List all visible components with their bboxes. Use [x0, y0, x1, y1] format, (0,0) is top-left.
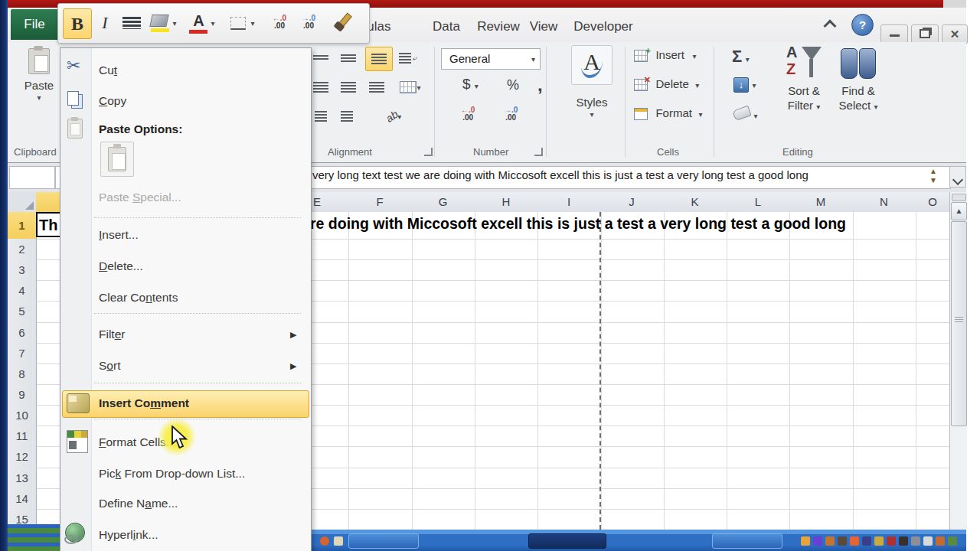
tab-review[interactable]: Review	[472, 14, 525, 40]
percent-button[interactable]: %	[507, 77, 519, 93]
align-right-button[interactable]	[365, 77, 388, 97]
column-header[interactable]: O	[916, 192, 950, 213]
column-header[interactable]: I	[537, 192, 601, 213]
tab-data[interactable]: Data	[425, 14, 468, 40]
taskbar-icon[interactable]	[887, 536, 896, 546]
menu-item-copy[interactable]: Copy	[99, 91, 294, 111]
decrease-decimal-button[interactable]: →.0.00	[504, 106, 518, 122]
taskbar-icon[interactable]	[874, 536, 884, 546]
wrap-text-button[interactable]: ⤶	[397, 48, 420, 68]
tab-view[interactable]: View	[522, 14, 565, 40]
paste-dropdown-icon[interactable]: ▾	[21, 93, 57, 102]
increase-indent-button[interactable]	[335, 106, 358, 126]
tab-developer[interactable]: Developer	[565, 14, 642, 40]
alignment-dialog-launcher-icon[interactable]	[424, 148, 433, 156]
column-header[interactable]: L	[727, 192, 790, 213]
row-header[interactable]: 8	[8, 364, 37, 385]
align-middle-button[interactable]	[337, 48, 360, 68]
mini-increase-decimal-button[interactable]: ←.0.00	[266, 8, 292, 37]
taskbar-icon[interactable]	[862, 536, 871, 546]
row-header[interactable]: 3	[8, 259, 37, 281]
menu-item-hyperlink[interactable]: Hyperlink...	[99, 525, 294, 545]
taskbar-icon[interactable]	[936, 536, 945, 546]
font-color-button[interactable]: A ▾	[185, 8, 219, 37]
column-header[interactable]: G	[411, 192, 475, 213]
row-header[interactable]: 2	[8, 239, 37, 260]
scrollbar-split-handle[interactable]	[952, 194, 966, 201]
row-header[interactable]: 4	[8, 280, 37, 302]
row-header[interactable]: 14	[8, 488, 37, 510]
column-header[interactable]: K	[663, 192, 727, 213]
mini-decrease-decimal-button[interactable]: →.0.00	[296, 8, 322, 37]
taskbar-icon[interactable]	[825, 536, 835, 546]
help-icon[interactable]: ?	[851, 14, 874, 36]
format-cells-ribbon-button[interactable]: Format ▾	[634, 106, 702, 126]
cell-styles-button[interactable]: A Styles ▾	[568, 45, 616, 122]
borders-button[interactable]: ▾	[225, 8, 260, 37]
paste-option-button[interactable]	[100, 142, 134, 177]
row-header[interactable]: 6	[8, 322, 37, 344]
center-align-button[interactable]	[119, 8, 144, 37]
menu-item-format-cells[interactable]: Format Cells...	[99, 432, 294, 452]
decrease-indent-button[interactable]	[309, 106, 332, 126]
menu-item-filter[interactable]: Filter	[99, 324, 294, 344]
row-header[interactable]: 13	[8, 468, 37, 489]
active-cell-a1[interactable]: Th	[36, 212, 61, 237]
menu-item-delete[interactable]: Delete...	[99, 256, 294, 276]
column-header[interactable]: F	[348, 192, 412, 213]
minimize-ribbon-icon[interactable]	[825, 20, 835, 34]
bold-button[interactable]: B	[63, 8, 92, 39]
comma-button[interactable]: ,	[537, 74, 543, 96]
taskbar-window-button-active[interactable]	[528, 533, 606, 549]
taskbar-icon[interactable]	[813, 536, 822, 546]
taskbar-icon[interactable]	[334, 536, 343, 546]
sort-filter-button[interactable]: A Z Sort &Filter ▾	[779, 44, 828, 114]
column-header[interactable]: J	[600, 192, 664, 213]
taskbar-icon[interactable]	[911, 536, 920, 546]
menu-item-cut[interactable]: Cut	[99, 60, 294, 80]
tab-file[interactable]: File	[11, 9, 58, 40]
insert-cells-button[interactable]: + Insert ▾	[634, 48, 696, 68]
taskbar-window-button[interactable]	[348, 533, 419, 549]
align-center-button[interactable]	[337, 77, 360, 97]
taskbar-icon[interactable]	[801, 536, 810, 546]
currency-button[interactable]: $ ▾	[462, 76, 479, 93]
taskbar-icon[interactable]	[320, 536, 329, 546]
clear-button[interactable]: ▾	[733, 108, 757, 122]
column-header-A[interactable]	[36, 192, 60, 213]
column-header[interactable]: H	[475, 192, 538, 213]
menu-item-insert-comment[interactable]: Insert Comment	[99, 393, 294, 413]
column-header[interactable]: N	[852, 192, 916, 213]
align-top-button[interactable]	[309, 48, 332, 68]
align-left-button[interactable]	[309, 77, 332, 97]
row-header[interactable]: 10	[8, 405, 37, 426]
scroll-up-button[interactable]: ▲	[951, 202, 967, 220]
vertical-scrollbar[interactable]: ▲	[949, 192, 967, 530]
select-all-button[interactable]	[8, 192, 37, 213]
taskbar-icon[interactable]	[948, 536, 957, 546]
find-select-button[interactable]: Find &Select ▾	[833, 44, 884, 114]
taskbar-icon[interactable]	[850, 536, 859, 546]
format-painter-button[interactable]	[328, 8, 358, 37]
menu-item-insert[interactable]: Insert...	[99, 225, 294, 245]
paste-button[interactable]: Paste ▾	[21, 48, 57, 102]
menu-item-pick-from-list[interactable]: Pick From Drop-down List...	[99, 464, 294, 484]
row-header[interactable]: 1	[8, 212, 37, 240]
expand-formula-bar-button[interactable]	[949, 166, 966, 187]
increase-decimal-button[interactable]: ←.0.00	[461, 106, 475, 122]
row-header[interactable]: 5	[8, 301, 37, 323]
row-header[interactable]: 12	[8, 446, 37, 468]
row-header[interactable]: 7	[8, 343, 37, 364]
fill-button[interactable]: ↓ ▾	[733, 77, 756, 93]
menu-item-sort[interactable]: Sort	[99, 356, 294, 376]
number-dialog-launcher-icon[interactable]	[534, 148, 543, 156]
scrollbar-thumb[interactable]	[951, 221, 967, 426]
taskbar-window-button[interactable]	[712, 533, 782, 549]
align-bottom-button[interactable]	[365, 47, 393, 71]
autosum-button[interactable]: Σ ▾	[732, 47, 750, 67]
merge-center-button[interactable]: ▾	[394, 77, 426, 97]
fill-color-button[interactable]: ▾	[149, 8, 179, 37]
menu-item-define-name[interactable]: Define Name...	[99, 494, 294, 514]
row-header[interactable]: 9	[8, 384, 37, 406]
taskbar-icon[interactable]	[899, 536, 908, 546]
